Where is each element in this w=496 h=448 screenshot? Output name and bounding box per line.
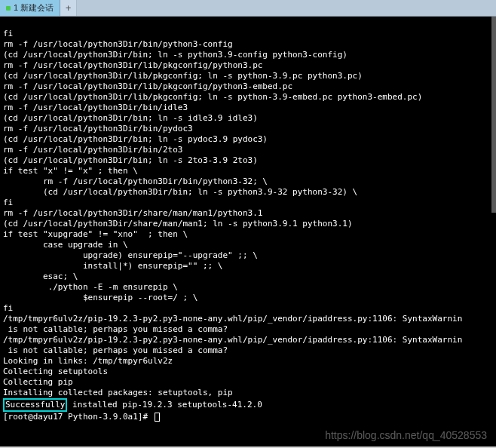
terminal-line: rm -f /usr/local/python3Dir/bin/python3-…	[3, 176, 493, 187]
terminal-line: if test "xupgrade" != "xno" ; then \	[3, 229, 493, 240]
terminal-cursor	[155, 413, 160, 422]
terminal-line: Looking in links: /tmp/tmpyr6ulv2z	[3, 356, 493, 367]
watermark-text: https://blog.csdn.net/qq_40528553	[325, 430, 487, 440]
terminal-line: Installing collected packages: setuptool…	[3, 388, 493, 398]
terminal-line: rm -f /usr/local/python3Dir/bin/python3-…	[3, 39, 493, 50]
terminal-line: rm -f /usr/local/python3Dir/share/man/ma…	[3, 208, 493, 219]
terminal-line: case upgrade in \	[3, 240, 493, 250]
terminal-line: /tmp/tmpyr6ulv2z/pip-19.2.3-py2.py3-none…	[3, 314, 493, 324]
terminal-line: upgrade) ensurepip="--upgrade" ;; \	[3, 250, 493, 261]
terminal-line: rm -f /usr/local/python3Dir/bin/idle3	[3, 103, 493, 113]
terminal-line: fi	[3, 303, 493, 314]
success-rest: installed pip-19.2.3 setuptools-41.2.0	[67, 400, 262, 410]
vertical-scrollbar[interactable]	[491, 17, 496, 213]
terminal-line: fi	[3, 198, 493, 208]
terminal-line: install|*) ensurepip="" ;; \	[3, 261, 493, 272]
terminal-line: rm -f /usr/local/python3Dir/lib/pkgconfi…	[3, 60, 493, 71]
terminal-line: (cd /usr/local/python3Dir/bin; ln -s idl…	[3, 113, 493, 124]
terminal-line: (cd /usr/local/python3Dir/bin; ln -s pyd…	[3, 134, 493, 145]
terminal-line: fi	[3, 29, 493, 39]
terminal-line: /tmp/tmpyr6ulv2z/pip-19.2.3-py2.py3-none…	[3, 335, 493, 345]
terminal-line: (cd /usr/local/python3Dir/lib/pkgconfig;…	[3, 71, 493, 81]
terminal-line: ./python -E -m ensurepip \	[3, 282, 493, 293]
terminal-line: $ensurepip --root=/ ; \	[3, 293, 493, 303]
terminal-output[interactable]: firm -f /usr/local/python3Dir/bin/python…	[0, 17, 496, 446]
terminal-line: Collecting setuptools	[3, 367, 493, 377]
terminal-line: (cd /usr/local/python3Dir/bin; ln -s pyt…	[3, 187, 493, 198]
terminal-line: (cd /usr/local/python3Dir/lib/pkgconfig;…	[3, 92, 493, 103]
shell-prompt: [root@dayu17 Python-3.9.0a1]#	[3, 412, 153, 422]
terminal-line: if test "x" != "x" ; then \	[3, 166, 493, 176]
tab-add-button[interactable]: +	[60, 0, 77, 16]
terminal-line: (cd /usr/local/python3Dir/bin; ln -s pyt…	[3, 50, 493, 60]
terminal-line: esac; \	[3, 272, 493, 282]
terminal-line: (cd /usr/local/python3Dir/bin; ln -s 2to…	[3, 155, 493, 166]
terminal-line: Collecting pip	[3, 377, 493, 388]
tab-status-icon	[6, 6, 11, 11]
terminal-line: rm -f /usr/local/python3Dir/bin/2to3	[3, 145, 493, 155]
tab-bar: 1 新建会话 +	[0, 0, 496, 17]
terminal-line: is not callable; perhaps you missed a co…	[3, 324, 493, 335]
tab-label: 1 新建会话	[14, 2, 54, 14]
terminal-line: rm -f /usr/local/python3Dir/bin/pydoc3	[3, 124, 493, 134]
terminal-line: rm -f /usr/local/python3Dir/lib/pkgconfi…	[3, 81, 493, 92]
terminal-line: is not callable; perhaps you missed a co…	[3, 345, 493, 356]
tab-session-1[interactable]: 1 新建会话	[0, 0, 60, 16]
terminal-line: (cd /usr/local/python3Dir/share/man/man1…	[3, 219, 493, 229]
success-highlight: Successfully	[3, 398, 67, 412]
